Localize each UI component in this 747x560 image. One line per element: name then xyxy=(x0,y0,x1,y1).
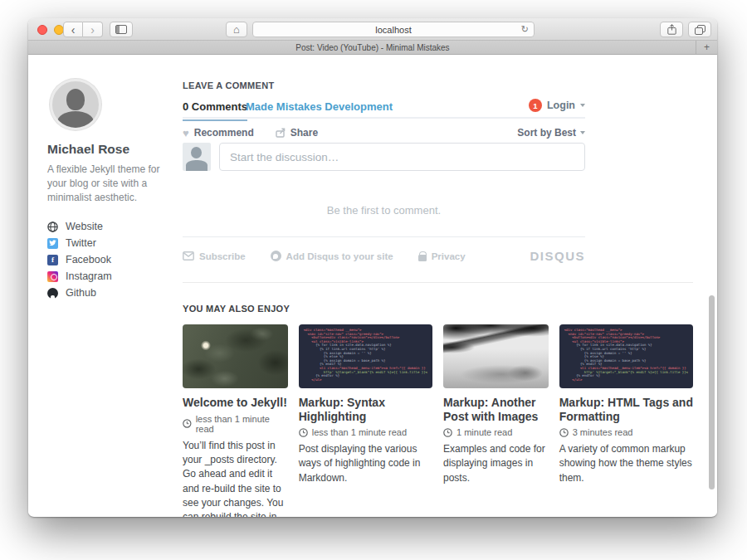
tab-overview-button[interactable] xyxy=(688,22,711,37)
author-avatar xyxy=(50,79,101,130)
recommend-label: Recommend xyxy=(194,127,254,139)
home-button[interactable]: ⌂ xyxy=(226,22,247,37)
comment-input[interactable] xyxy=(219,143,585,171)
sidebar-link-label: Facebook xyxy=(66,254,111,265)
author-name: Michael Rose xyxy=(47,142,180,157)
sidebar-icon xyxy=(115,25,127,34)
related-cards: Welcome to Jekyll! less than 1 minute re… xyxy=(183,324,693,517)
commenter-avatar xyxy=(183,143,211,171)
address-bar[interactable]: localhost ↻ xyxy=(252,22,535,37)
forward-icon: › xyxy=(90,24,95,36)
disqus-footer: Subscribe Add Disqus to your site Privac… xyxy=(183,249,585,263)
add-disqus-label: Add Disqus to your site xyxy=(286,251,393,261)
facebook-icon: f xyxy=(47,255,58,265)
related-posts-section: YOU MAY ALSO ENJOY Welcome to Jekyll! le… xyxy=(183,282,693,517)
share-label: Share xyxy=(290,127,318,139)
browser-toolbar: ‹ › ⌂ localhost ↻ xyxy=(28,18,717,41)
privacy-label: Privacy xyxy=(432,251,466,261)
share-thread-button[interactable]: Share xyxy=(276,127,318,139)
tab-comments[interactable]: 0 Comments xyxy=(183,100,247,121)
post-title-link[interactable]: Welcome to Jekyll! xyxy=(183,396,288,410)
divider xyxy=(183,236,585,237)
back-icon: ‹ xyxy=(71,24,76,36)
sidebar-link-label: Website xyxy=(66,221,103,232)
tabs-icon xyxy=(695,25,706,35)
clock-icon xyxy=(559,428,569,437)
sort-dropdown[interactable]: Sort by Best xyxy=(517,127,585,139)
sidebar-link-twitter[interactable]: Twitter xyxy=(47,235,180,251)
sidebar-link-label: Github xyxy=(66,287,96,299)
related-card: Welcome to Jekyll! less than 1 minute re… xyxy=(183,324,288,517)
github-icon xyxy=(47,288,58,299)
author-links: Website Twitter f Facebook Instagram Git… xyxy=(47,218,180,301)
author-sidebar: Michael Rose A flexible Jekyll theme for… xyxy=(47,79,180,301)
browser-window: ‹ › ⌂ localhost ↻ Post: Video (YouTube) … xyxy=(28,18,717,517)
sidebar-link-label: Instagram xyxy=(66,270,112,282)
sidebar-toggle-button[interactable] xyxy=(110,22,133,37)
page-content: Michael Rose A flexible Jekyll theme for… xyxy=(28,55,717,516)
share-icon xyxy=(667,24,676,35)
share-arrow-icon xyxy=(276,128,286,138)
recommend-button[interactable]: ♥ Recommend xyxy=(183,127,254,139)
related-card: <div class="masthead __menu"> <nav id="s… xyxy=(559,324,693,517)
sidebar-link-facebook[interactable]: f Facebook xyxy=(47,251,180,268)
sort-label: Sort by Best xyxy=(517,127,576,139)
read-time: less than 1 minute read xyxy=(312,427,407,437)
refresh-icon[interactable]: ↻ xyxy=(521,24,529,35)
disqus-actions: ♥ Recommend Share Sort by Best xyxy=(183,126,585,139)
empty-state-text: Be the first to comment. xyxy=(183,204,585,217)
author-bio: A flexible Jekyll theme for your blog or… xyxy=(47,163,165,205)
forward-button[interactable]: › xyxy=(83,22,103,37)
read-time: 3 minutes read xyxy=(573,427,633,437)
lock-icon xyxy=(418,255,427,261)
privacy-link[interactable]: Privacy xyxy=(418,251,466,261)
clock-icon xyxy=(183,419,192,428)
globe-icon xyxy=(47,222,58,232)
twitter-icon xyxy=(47,238,58,249)
disqus-d-icon xyxy=(271,251,281,261)
disqus-tabs: 0 Comments Made Mistakes Development 1 L… xyxy=(183,99,585,119)
post-title-link[interactable]: Markup: Another Post with Images xyxy=(443,396,549,423)
new-tab-button[interactable]: + xyxy=(696,41,717,54)
comment-composer xyxy=(183,143,585,171)
home-icon: ⌂ xyxy=(233,23,240,36)
post-excerpt: You’ll find this post in your _posts dir… xyxy=(183,439,288,517)
instagram-icon xyxy=(47,271,58,282)
back-button[interactable]: ‹ xyxy=(63,22,83,37)
close-window-button[interactable] xyxy=(37,25,47,35)
active-tab[interactable]: Post: Video (YouTube) - Minimal Mistakes xyxy=(295,43,449,52)
disqus-logo[interactable]: DISQUS xyxy=(530,249,585,263)
related-card: <div class="masthead __menu"> <nav id="s… xyxy=(299,324,432,517)
sidebar-link-website[interactable]: Website xyxy=(47,218,180,235)
clock-icon xyxy=(443,428,452,437)
envelope-icon xyxy=(183,251,194,261)
tab-bar: Post: Video (YouTube) - Minimal Mistakes… xyxy=(28,41,717,55)
post-thumbnail-code: <div class="masthead __menu"> <nav id="s… xyxy=(559,324,693,388)
sidebar-link-github[interactable]: Github xyxy=(47,285,180,301)
read-time: less than 1 minute read xyxy=(196,414,288,434)
post-title-link[interactable]: Markup: Syntax Highlighting xyxy=(299,396,432,423)
scrollbar-thumb[interactable] xyxy=(709,295,715,489)
url-text: localhost xyxy=(375,25,411,35)
chevron-down-icon xyxy=(580,104,585,107)
subscribe-link[interactable]: Subscribe xyxy=(183,251,246,261)
chevron-down-icon xyxy=(580,131,585,134)
notification-badge: 1 xyxy=(529,99,542,112)
post-title-link[interactable]: Markup: HTML Tags and Formatting xyxy=(559,396,693,423)
clock-icon xyxy=(299,428,308,437)
login-control[interactable]: 1 Login xyxy=(529,99,585,112)
read-time: 1 minute read xyxy=(456,427,512,437)
post-thumbnail-fog xyxy=(443,324,549,388)
post-excerpt: Examples and code for displaying images … xyxy=(443,442,549,485)
subscribe-label: Subscribe xyxy=(199,251,246,261)
post-excerpt: A variety of common markup showing how t… xyxy=(559,442,693,485)
heart-icon: ♥ xyxy=(183,128,189,139)
add-disqus-link[interactable]: Add Disqus to your site xyxy=(271,251,393,261)
share-button[interactable] xyxy=(660,22,683,37)
plus-icon: + xyxy=(704,41,710,53)
sidebar-link-label: Twitter xyxy=(66,237,96,249)
tab-community[interactable]: Made Mistakes Development xyxy=(246,100,393,113)
comments-heading: LEAVE A COMMENT xyxy=(183,80,274,90)
sidebar-link-instagram[interactable]: Instagram xyxy=(47,268,180,285)
login-label: Login xyxy=(547,100,575,111)
